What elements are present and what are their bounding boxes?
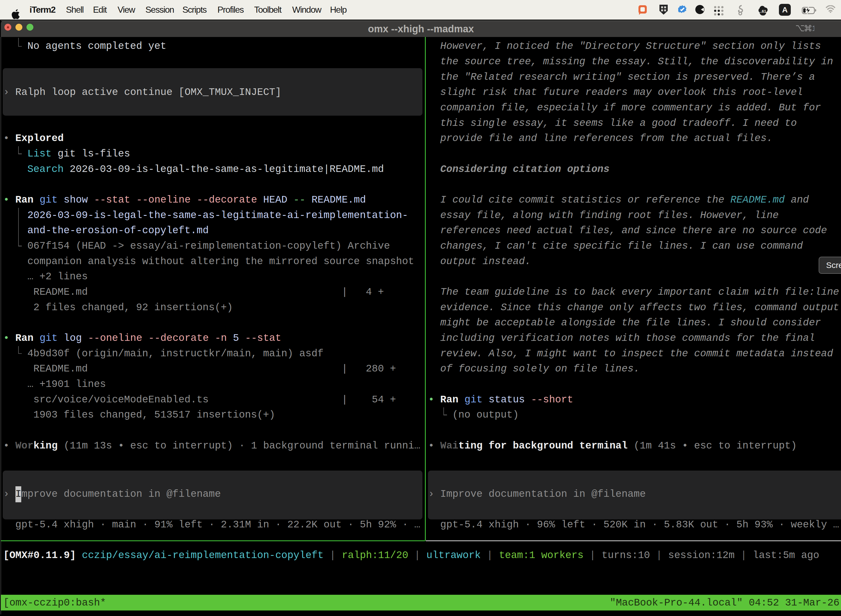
svg-text:1: 1 <box>812 24 814 32</box>
svg-text:..61: ..61 <box>760 9 766 13</box>
